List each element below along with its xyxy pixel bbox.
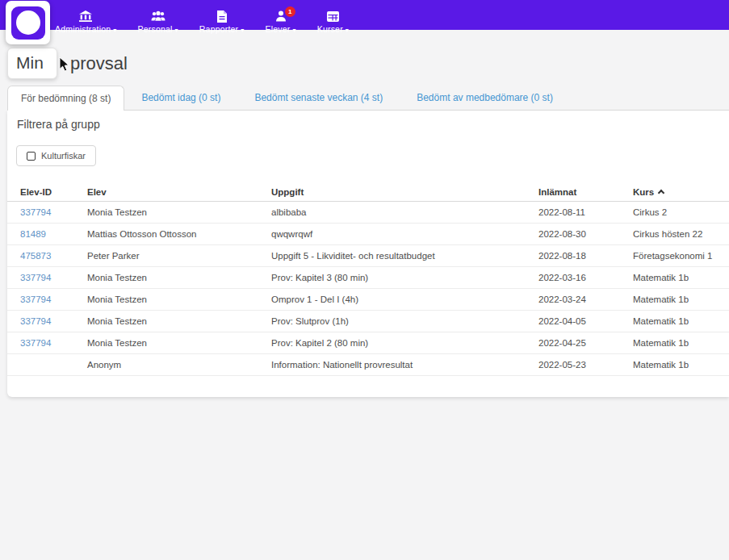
app-logo[interactable] [6,1,50,44]
elev-name: Monia Testzen [87,316,271,326]
table-row[interactable]: Anonym Information: Nationellt provresul… [7,354,729,376]
kurs-cell: Matematik 1b [633,316,729,326]
menu-label: Rapporter▾ [199,24,245,34]
elev-id-link[interactable]: 337794 [20,273,51,282]
kurs-cell: Matematik 1b [633,338,729,348]
col-header-uppgift[interactable]: Uppgift [271,187,538,197]
checkbox-icon[interactable] [27,152,36,161]
inlamnat-cell: 2022-05-23 [538,360,633,370]
elev-name: Monia Testzen [87,338,271,348]
col-header-kurs[interactable]: Kurs [633,187,729,197]
kurs-cell: Matematik 1b [633,295,729,304]
chevron-down-icon: ▾ [346,27,349,34]
table-row[interactable]: 337794 Monia Testzen albibaba 2022-08-11… [7,202,729,224]
kurs-cell: Matematik 1b [633,360,729,370]
chevron-down-icon: ▾ [113,27,116,34]
group-filter-label: Kulturfiskar [41,151,86,161]
logo-circle-icon [16,10,40,35]
elev-name: Monia Testzen [87,273,271,282]
elev-id-link[interactable]: 337794 [20,207,51,217]
elev-name: Monia Testzen [87,295,271,304]
table-row[interactable]: 337794 Monia Testzen Prov: Kapitel 3 (80… [7,267,729,289]
elev-id-link[interactable]: 337794 [20,338,51,348]
elev-id-link[interactable]: 81489 [20,229,46,239]
tab-for-bedomning[interactable]: För bedömning (8 st) [7,86,124,111]
uppgift-cell: Prov: Kapitel 3 (80 min) [271,273,538,282]
inlamnat-cell: 2022-03-24 [538,295,633,304]
uppgift-cell: Omprov 1 - Del I (4h) [271,295,538,304]
tab-bar: För bedömning (8 st) Bedömt idag (0 st) … [7,86,729,111]
elev-id-link[interactable]: 475873 [20,251,51,261]
kurs-cell: Företagsekonomi 1 [633,251,729,261]
inlamnat-cell: 2022-08-30 [538,229,633,239]
tab-bedomt-av-medbedomare[interactable]: Bedömt av medbedömare (0 st) [400,86,570,110]
uppgift-cell: Prov: Kapitel 2 (80 min) [271,338,538,348]
tab-bedomt-senaste-veckan[interactable]: Bedömt senaste veckan (4 st) [237,86,400,110]
submissions-table: Elev-ID Elev Uppgift Inlämnat Kurs 33779… [7,182,729,376]
title-word-highlight-box: Min [7,48,57,79]
inlamnat-cell: 2022-04-25 [538,338,633,348]
assessment-panel: Filtrera på grupp Kulturfiskar Elev-ID E… [7,111,729,397]
chevron-down-icon: ▾ [293,27,296,34]
group-filter-button-kulturfiskar[interactable]: Kulturfiskar [16,145,96,166]
inlamnat-cell: 2022-04-05 [538,316,633,326]
uppgift-cell: Uppgift 5 - Likviditet- och resultatbudg… [271,251,538,261]
filter-heading: Filtrera på grupp [17,118,100,131]
document-icon [217,10,227,23]
uppgift-cell: Information: Nationellt provresultat [271,360,538,370]
table-row[interactable]: 337794 Monia Testzen Prov: Kapitel 2 (80… [7,332,729,354]
table-row[interactable]: 81489 Mattias Ottosson Ottosson qwqwrqwf… [7,224,729,245]
mouse-cursor-icon [59,56,69,72]
notification-badge: 1 [285,6,295,17]
elev-id-link[interactable]: 337794 [20,316,51,326]
col-header-elev[interactable]: Elev [87,187,271,197]
person-icon: 1 [275,10,287,23]
menu-item-elever[interactable]: 1 Elever▾ [258,7,304,37]
uppgift-cell: albibaba [271,207,538,217]
menu-item-kurser[interactable]: Kurser▾ [309,7,357,37]
menu-label: Personal▾ [138,24,178,34]
chevron-down-icon: ▾ [241,27,244,34]
elev-name: Peter Parker [87,251,271,261]
uppgift-cell: Prov: Slutprov (1h) [271,316,538,326]
logo-square [11,6,45,40]
elev-name: Mattias Ottosson Ottosson [87,229,271,239]
inlamnat-cell: 2022-08-11 [538,207,633,217]
table-header-row: Elev-ID Elev Uppgift Inlämnat Kurs [7,182,729,202]
inlamnat-cell: 2022-03-16 [538,273,633,282]
menu-item-rapporter[interactable]: Rapporter▾ [191,7,253,37]
page-title: provsal [70,53,128,74]
main-menu: Administration▾ Personal▾ Rapporter▾ [47,7,357,37]
sort-ascending-icon [658,190,664,196]
kurs-cell: Matematik 1b [633,273,729,282]
people-icon [151,10,165,23]
kurs-cell: Cirkus 2 [633,207,729,217]
menu-label: Elever▾ [266,24,296,34]
elev-id-link[interactable]: 337794 [20,295,51,304]
col-header-elev-id[interactable]: Elev-ID [20,187,87,197]
elev-name: Anonym [87,360,271,370]
menu-item-personal[interactable]: Personal▾ [130,7,186,37]
kurs-cell: Cirkus hösten 22 [633,229,729,239]
table-row[interactable]: 337794 Monia Testzen Omprov 1 - Del I (4… [7,289,729,311]
col-header-inlamnat[interactable]: Inlämnat [538,187,633,197]
tab-bedomt-idag[interactable]: Bedömt idag (0 st) [124,86,237,110]
menu-label: Kurser▾ [317,24,349,34]
chevron-down-icon: ▾ [175,27,178,34]
menu-label: Administration▾ [55,24,117,34]
inlamnat-cell: 2022-08-18 [538,251,633,261]
grid-icon [327,10,339,23]
uppgift-cell: qwqwrqwf [271,229,538,239]
table-row[interactable]: 475873 Peter Parker Uppgift 5 - Likvidit… [7,245,729,267]
elev-name: Monia Testzen [87,207,271,217]
table-row[interactable]: 337794 Monia Testzen Prov: Slutprov (1h)… [7,311,729,332]
menu-item-administration[interactable]: Administration▾ [47,7,125,37]
bank-icon [79,10,92,23]
